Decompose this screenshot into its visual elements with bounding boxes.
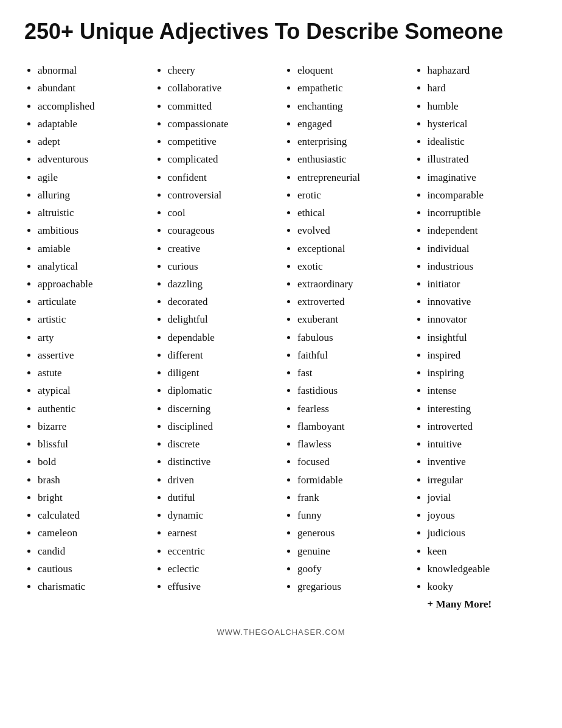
list-item: fast (297, 364, 408, 382)
list-item: flamboyant (297, 418, 408, 435)
list-item: individual (428, 240, 538, 257)
list-item: industrious (428, 257, 538, 275)
list-item: inspiring (428, 364, 538, 382)
list-item: effusive (168, 578, 279, 595)
list-item: inventive (428, 453, 538, 471)
list-item: innovator (428, 310, 538, 328)
list-item: abundant (38, 79, 148, 97)
extra-note: + Many More! (414, 595, 538, 613)
list-item: faithful (297, 346, 408, 364)
list-item: agile (38, 169, 148, 186)
list-item: empathetic (297, 79, 408, 97)
list-item: discrete (168, 435, 279, 453)
list-item: earnest (168, 524, 279, 542)
list-item: controversial (168, 186, 279, 204)
list-item: enthusiastic (297, 150, 408, 168)
list-item: humble (428, 97, 538, 115)
list-item: knowledgeable (428, 560, 538, 578)
list-item: hard (428, 79, 538, 97)
list-item: atypical (38, 382, 148, 399)
list-item: frank (297, 489, 408, 506)
list-item: adventurous (38, 150, 148, 168)
list-item: innovative (428, 293, 538, 310)
list-item: jovial (428, 489, 538, 506)
list-item: altruistic (38, 204, 148, 222)
list-item: keen (428, 542, 538, 560)
list-item: bold (38, 453, 148, 471)
list-item: arty (38, 329, 148, 346)
list-item: exuberant (297, 310, 408, 328)
list-item: courageous (168, 222, 279, 239)
list-item: artistic (38, 310, 148, 328)
list-item: diligent (168, 364, 279, 382)
list-item: confident (168, 169, 279, 186)
list-item: driven (168, 471, 279, 489)
list-item: eloquent (297, 61, 408, 79)
list-item: competitive (168, 133, 279, 150)
list-item: ambitious (38, 222, 148, 239)
list-item: haphazard (428, 61, 538, 79)
list-item: flawless (297, 435, 408, 453)
list-item: authentic (38, 400, 148, 418)
list-item: intuitive (428, 435, 538, 453)
list-item: dazzling (168, 275, 279, 293)
list-item: formidable (297, 471, 408, 489)
list-item: adaptable (38, 115, 148, 133)
list-item: judicious (428, 524, 538, 542)
list-item: inspired (428, 346, 538, 364)
list-item: diplomatic (168, 382, 279, 399)
list-item: enterprising (297, 133, 408, 150)
list-item: incorruptible (428, 204, 538, 222)
list-item: fabulous (297, 329, 408, 346)
list-item: ethical (297, 204, 408, 222)
list-item: eccentric (168, 542, 279, 560)
list-item: cheery (168, 61, 279, 79)
list-item: entrepreneurial (297, 169, 408, 186)
list-item: distinctive (168, 453, 279, 471)
list-item: dynamic (168, 506, 279, 524)
list-item: amiable (38, 240, 148, 257)
list-item: adept (38, 133, 148, 150)
list-item: genuine (297, 542, 408, 560)
list-item: kooky (428, 578, 538, 595)
list-item: idealistic (428, 133, 538, 150)
list-item: cameleon (38, 524, 148, 542)
list-item: introverted (428, 418, 538, 435)
column-3: eloquentempatheticenchantingengagedenter… (284, 61, 408, 613)
list-item: creative (168, 240, 279, 257)
adjectives-grid: abnormalabundantaccomplishedadaptableade… (24, 61, 538, 613)
list-item: calculated (38, 506, 148, 524)
list-item: disciplined (168, 418, 279, 435)
list-item: insightful (428, 329, 538, 346)
list-item: enchanting (297, 97, 408, 115)
list-item: compassionate (168, 115, 279, 133)
list-item: charismatic (38, 578, 148, 595)
list-item: irregular (428, 471, 538, 489)
list-item: fearless (297, 400, 408, 418)
list-item: extroverted (297, 293, 408, 310)
list-item: bright (38, 489, 148, 506)
list-item: fastidious (297, 382, 408, 399)
list-item: intense (428, 382, 538, 399)
list-item: exceptional (297, 240, 408, 257)
list-item: erotic (297, 186, 408, 204)
footer-url: WWW.THEGOALCHASER.COM (24, 628, 538, 637)
list-item: evolved (297, 222, 408, 239)
list-item: gregarious (297, 578, 408, 595)
list-item: goofy (297, 560, 408, 578)
list-item: initiator (428, 275, 538, 293)
column-4: haphazardhardhumblehystericalidealistici… (414, 61, 538, 613)
list-item: interesting (428, 400, 538, 418)
list-item: bizarre (38, 418, 148, 435)
list-item: generous (297, 524, 408, 542)
list-item: hysterical (428, 115, 538, 133)
column-2: cheerycollaborativecommittedcompassionat… (154, 61, 279, 613)
list-item: delightful (168, 310, 279, 328)
list-item: engaged (297, 115, 408, 133)
list-item: exotic (297, 257, 408, 275)
list-item: abnormal (38, 61, 148, 79)
list-item: assertive (38, 346, 148, 364)
list-item: eclectic (168, 560, 279, 578)
list-item: funny (297, 506, 408, 524)
list-item: astute (38, 364, 148, 382)
